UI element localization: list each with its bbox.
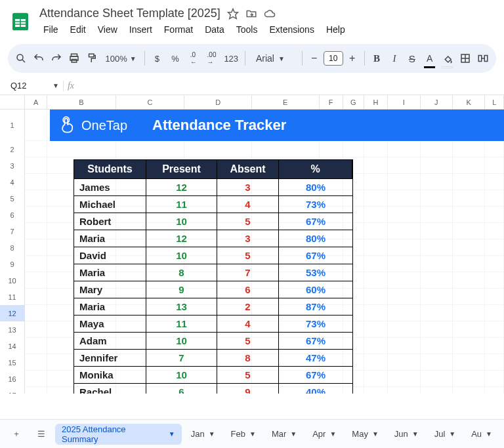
cell[interactable] <box>421 371 453 387</box>
cell[interactable] <box>421 157 453 174</box>
menu-tools[interactable]: Tools <box>232 23 262 36</box>
cell[interactable] <box>25 207 47 223</box>
row-header[interactable]: 15 <box>0 354 25 371</box>
cell[interactable] <box>485 256 504 272</box>
present-count[interactable]: 12 <box>146 178 217 195</box>
cell[interactable] <box>364 354 388 371</box>
present-count[interactable]: 13 <box>146 298 217 315</box>
sheet-tab-may[interactable]: May▼ <box>345 424 385 445</box>
cell[interactable] <box>453 289 485 305</box>
cell[interactable] <box>364 272 388 289</box>
all-sheets-button[interactable]: ☰ <box>30 424 52 445</box>
cell[interactable] <box>388 371 420 387</box>
row-header[interactable]: 16 <box>0 371 25 387</box>
cell[interactable] <box>453 354 485 371</box>
cell[interactable] <box>388 338 420 354</box>
absent-count[interactable]: 9 <box>217 383 279 394</box>
font-size-input[interactable]: 10 <box>324 51 343 66</box>
row-header[interactable]: 4 <box>0 174 25 190</box>
present-count[interactable]: 6 <box>146 383 217 394</box>
cell[interactable] <box>485 141 504 157</box>
student-name[interactable]: Maria <box>74 298 146 315</box>
move-folder-icon[interactable] <box>245 8 257 20</box>
absent-count[interactable]: 7 <box>217 264 279 281</box>
attendance-percent[interactable]: 73% <box>279 315 352 332</box>
cell[interactable] <box>421 289 453 305</box>
student-name[interactable]: Rachel <box>74 383 146 394</box>
sheet-tab-jan[interactable]: Jan▼ <box>184 424 222 445</box>
cell[interactable] <box>388 289 420 305</box>
attendance-percent[interactable]: 47% <box>279 349 352 366</box>
cell[interactable] <box>485 321 504 338</box>
present-count[interactable]: 10 <box>146 213 217 230</box>
menu-extensions[interactable]: Extensions <box>265 23 318 36</box>
cell[interactable] <box>421 338 453 354</box>
cloud-status-icon[interactable] <box>264 8 276 20</box>
row-header[interactable]: 7 <box>0 223 25 239</box>
cell[interactable] <box>388 174 420 190</box>
cell[interactable] <box>453 387 485 394</box>
absent-count[interactable]: 6 <box>217 281 279 298</box>
increase-decimal-button[interactable]: .00→ <box>205 50 219 67</box>
cell[interactable] <box>364 338 388 354</box>
cell[interactable] <box>453 190 485 207</box>
student-name[interactable]: Mary <box>74 281 146 298</box>
cell[interactable] <box>388 354 420 371</box>
column-header-G[interactable]: G <box>343 95 364 109</box>
sheets-logo-icon[interactable] <box>9 7 32 36</box>
present-count[interactable]: 8 <box>146 264 217 281</box>
student-name[interactable]: David <box>74 247 146 264</box>
cell[interactable] <box>421 174 453 190</box>
formula-bar-input[interactable] <box>82 79 504 92</box>
text-color-button[interactable]: A <box>423 50 436 67</box>
cell[interactable] <box>453 256 485 272</box>
present-count[interactable]: 10 <box>146 332 217 349</box>
column-header-L[interactable]: L <box>485 95 504 109</box>
menu-file[interactable]: File <box>39 23 62 36</box>
attendance-percent[interactable]: 87% <box>279 298 352 315</box>
menu-edit[interactable]: Edit <box>66 23 90 36</box>
attendance-percent[interactable]: 67% <box>279 366 352 383</box>
present-count[interactable]: 10 <box>146 366 217 383</box>
absent-count[interactable]: 8 <box>217 349 279 366</box>
cell[interactable] <box>453 305 485 321</box>
name-box-dropdown[interactable]: ▼ <box>52 82 59 89</box>
absent-count[interactable]: 3 <box>217 178 279 195</box>
undo-icon[interactable] <box>32 50 46 67</box>
cell[interactable] <box>25 174 47 190</box>
cell[interactable] <box>453 272 485 289</box>
cell[interactable] <box>25 321 47 338</box>
student-name[interactable]: Maria <box>74 264 146 281</box>
cell[interactable] <box>485 174 504 190</box>
borders-button[interactable] <box>458 50 472 67</box>
cell[interactable] <box>364 387 388 394</box>
column-header-C[interactable]: C <box>116 95 185 109</box>
attendance-percent[interactable]: 80% <box>279 230 352 247</box>
cell[interactable] <box>25 354 47 371</box>
cell[interactable] <box>364 321 388 338</box>
cell[interactable] <box>184 141 252 157</box>
present-count[interactable]: 10 <box>146 247 217 264</box>
cell[interactable] <box>421 387 453 394</box>
row-header[interactable]: 14 <box>0 338 25 354</box>
row-header[interactable]: 2 <box>0 141 25 157</box>
cell[interactable] <box>453 207 485 223</box>
column-header-I[interactable]: I <box>388 95 420 109</box>
cell[interactable] <box>364 174 388 190</box>
attendance-percent[interactable]: 67% <box>279 213 352 230</box>
sheet-tab-feb[interactable]: Feb▼ <box>224 424 262 445</box>
italic-button[interactable]: I <box>387 50 401 67</box>
cell[interactable] <box>364 256 388 272</box>
cell[interactable] <box>47 141 116 157</box>
select-all-corner[interactable] <box>0 95 25 110</box>
cell[interactable] <box>25 110 47 141</box>
attendance-percent[interactable]: 73% <box>279 195 352 213</box>
sheet-tab-au[interactable]: Au▼ <box>465 424 499 445</box>
absent-count[interactable]: 3 <box>217 230 279 247</box>
cell[interactable] <box>421 354 453 371</box>
fill-color-button[interactable] <box>440 50 454 67</box>
redo-icon[interactable] <box>50 50 64 67</box>
cell[interactable] <box>485 289 504 305</box>
student-name[interactable]: Robert <box>74 213 146 230</box>
student-name[interactable]: James <box>74 178 146 195</box>
